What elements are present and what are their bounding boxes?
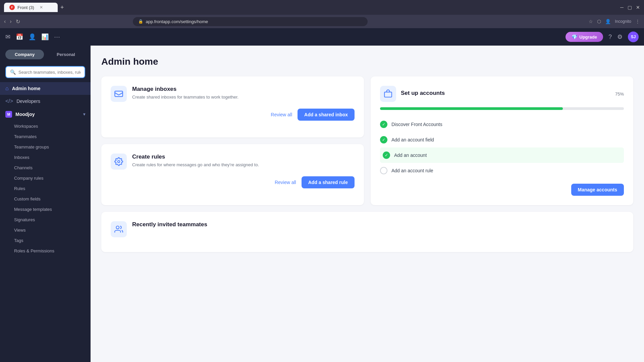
checklist-item-discover: ✓ Discover Front Accounts bbox=[380, 117, 624, 132]
manage-inboxes-actions: Review all Add a shared inbox bbox=[111, 109, 355, 121]
admin-home-label: Admin home bbox=[12, 86, 41, 91]
minimize-icon[interactable]: ─ bbox=[620, 5, 624, 10]
create-rules-card: Create rules Create rules for where mess… bbox=[101, 144, 364, 205]
rules-card-icon bbox=[111, 154, 127, 170]
check-pending-icon bbox=[380, 167, 387, 174]
sidebar-item-admin-home[interactable]: ⌂ Admin home bbox=[0, 82, 91, 95]
bookmark-icon[interactable]: ☆ bbox=[589, 19, 593, 24]
contacts-icon[interactable]: 👤 bbox=[29, 33, 36, 41]
sidebar-item-developers[interactable]: </> Developers bbox=[0, 95, 91, 108]
calendar-icon[interactable]: 📅 bbox=[16, 33, 23, 41]
sidebar: Company Personal 🔍 ⌂ Admin home </> Deve… bbox=[0, 46, 91, 362]
checklist-add-rule-label: Add an account rule bbox=[391, 168, 433, 173]
address-bar-extras: ☆ ⬡ 👤 Incognito ⋮ bbox=[589, 19, 640, 24]
url-text: app.frontapp.com/settings/home bbox=[146, 19, 208, 24]
avatar[interactable]: SJ bbox=[628, 32, 639, 42]
channels-label: Channels bbox=[14, 165, 33, 170]
checklist-item-add-account: ✓ Add an account bbox=[380, 147, 624, 163]
custom-fields-label: Custom fields bbox=[14, 196, 41, 201]
sidebar-item-views[interactable]: Views bbox=[0, 225, 91, 235]
sidebar-item-workspaces[interactable]: Workspaces bbox=[0, 121, 91, 131]
tab-close-icon[interactable]: ✕ bbox=[40, 5, 43, 10]
tags-label: Tags bbox=[14, 238, 23, 243]
upgrade-label: Upgrade bbox=[579, 35, 597, 40]
reload-button[interactable]: ↻ bbox=[16, 18, 20, 25]
message-templates-label: Message templates bbox=[14, 207, 52, 212]
personal-toggle[interactable]: Personal bbox=[47, 50, 85, 59]
sidebar-item-teammate-groups[interactable]: Teammate groups bbox=[0, 142, 91, 152]
menu-icon[interactable]: ⋮ bbox=[635, 19, 640, 24]
create-rules-title: Create rules bbox=[132, 154, 259, 160]
manage-inboxes-card: Manage inboxes Create shared inboxes for… bbox=[101, 76, 364, 137]
gem-icon: 💎 bbox=[572, 34, 577, 40]
settings-icon[interactable]: ⚙ bbox=[617, 33, 623, 41]
profile-icon[interactable]: 👤 bbox=[605, 19, 611, 24]
sidebar-item-tags[interactable]: Tags bbox=[0, 235, 91, 246]
accounts-card-icon bbox=[380, 86, 396, 102]
sidebar-item-roles-permissions[interactable]: Roles & Permissions bbox=[0, 246, 91, 256]
accounts-header: Set up accounts 75% bbox=[380, 86, 624, 102]
forward-button[interactable]: › bbox=[10, 18, 11, 24]
back-button[interactable]: ‹ bbox=[4, 18, 6, 24]
manage-inboxes-title: Manage inboxes bbox=[132, 86, 238, 93]
people-card-icon bbox=[111, 221, 127, 237]
lock-icon: 🔒 bbox=[138, 19, 143, 24]
sidebar-item-rules[interactable]: Rules bbox=[0, 183, 91, 194]
address-bar[interactable]: 🔒 app.frontapp.com/settings/home bbox=[133, 17, 368, 26]
add-shared-inbox-button[interactable]: Add a shared inbox bbox=[298, 109, 355, 121]
roles-permissions-label: Roles & Permissions bbox=[14, 248, 54, 253]
company-toggle[interactable]: Company bbox=[5, 50, 44, 59]
cards-grid: Manage inboxes Create shared inboxes for… bbox=[101, 76, 633, 205]
sidebar-item-message-templates[interactable]: Message templates bbox=[0, 204, 91, 215]
progress-bar-container bbox=[380, 107, 624, 110]
incognito-label: Incognito bbox=[615, 19, 631, 24]
create-rules-desc: Create rules for where messages go and w… bbox=[132, 162, 259, 168]
sidebar-item-custom-fields[interactable]: Custom fields bbox=[0, 194, 91, 204]
main-layout: Company Personal 🔍 ⌂ Admin home </> Deve… bbox=[0, 46, 644, 362]
sidebar-item-teammates[interactable]: Teammates bbox=[0, 131, 91, 142]
content-area: Admin home Manage inboxes Create shared … bbox=[91, 46, 644, 362]
analytics-icon[interactable]: 📊 bbox=[41, 33, 49, 41]
sidebar-item-company[interactable]: M Moodjoy ▾ bbox=[0, 108, 91, 121]
recently-invited-header: Recently invited teammates bbox=[111, 221, 624, 237]
svg-rect-1 bbox=[384, 92, 392, 97]
close-icon[interactable]: ✕ bbox=[636, 5, 640, 10]
manage-inboxes-review-link[interactable]: Review all bbox=[271, 112, 292, 117]
new-tab-button[interactable]: + bbox=[60, 4, 64, 11]
favicon-icon: F bbox=[9, 5, 15, 10]
collapse-arrow-icon: ▾ bbox=[83, 112, 85, 117]
create-rules-review-link[interactable]: Review all bbox=[275, 180, 296, 185]
create-rules-actions: Review all Add a shared rule bbox=[111, 176, 355, 188]
upgrade-button[interactable]: 💎 Upgrade bbox=[566, 32, 603, 42]
search-container: 🔍 bbox=[0, 63, 91, 82]
help-icon[interactable]: ? bbox=[608, 34, 612, 41]
checklist-item-add-rule: Add an account rule bbox=[380, 163, 624, 178]
company-rules-label: Company rules bbox=[14, 176, 43, 181]
home-icon: ⌂ bbox=[5, 85, 9, 92]
inbox-icon[interactable]: ✉ bbox=[5, 33, 10, 41]
maximize-icon[interactable]: ▢ bbox=[628, 5, 632, 10]
sidebar-item-inboxes[interactable]: Inboxes bbox=[0, 152, 91, 163]
extension-icon[interactable]: ⬡ bbox=[597, 19, 601, 24]
signatures-label: Signatures bbox=[14, 217, 35, 222]
search-input[interactable] bbox=[18, 70, 80, 75]
check-done-icon: ✓ bbox=[380, 121, 387, 128]
checklist-item-add-field: ✓ Add an account field bbox=[380, 132, 624, 147]
sidebar-item-channels[interactable]: Channels bbox=[0, 163, 91, 173]
svg-point-3 bbox=[116, 226, 119, 229]
checklist-discover-label: Discover Front Accounts bbox=[391, 122, 442, 127]
company-name-label: Moodjoy bbox=[15, 112, 35, 117]
browser-chrome: F Front (3) ✕ + ─ ▢ ✕ bbox=[0, 0, 644, 15]
accounts-title-row: Set up accounts bbox=[380, 86, 445, 102]
sidebar-item-company-rules[interactable]: Company rules bbox=[0, 173, 91, 183]
sidebar-item-signatures[interactable]: Signatures bbox=[0, 215, 91, 225]
manage-accounts-button[interactable]: Manage accounts bbox=[571, 184, 624, 196]
add-shared-rule-button[interactable]: Add a shared rule bbox=[302, 176, 355, 188]
progress-percentage: 75% bbox=[615, 92, 624, 97]
workspaces-label: Workspaces bbox=[14, 124, 38, 129]
more-icon[interactable]: ⋯ bbox=[54, 33, 60, 41]
teammates-label: Teammates bbox=[14, 134, 37, 139]
check-done-icon-3: ✓ bbox=[383, 152, 390, 159]
browser-tab[interactable]: F Front (3) ✕ bbox=[4, 3, 58, 12]
search-box[interactable]: 🔍 bbox=[5, 66, 85, 78]
